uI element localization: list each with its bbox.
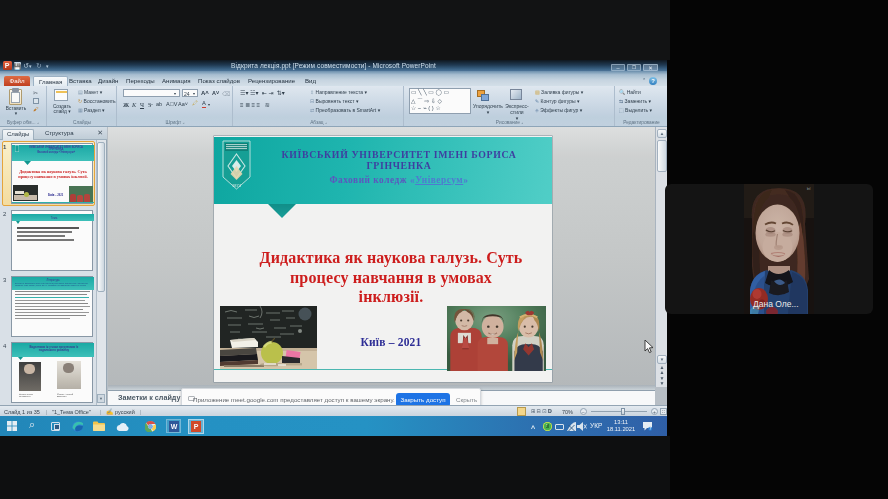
svg-text:1874: 1874 (232, 183, 242, 188)
svg-text:7: 7 (649, 427, 651, 431)
